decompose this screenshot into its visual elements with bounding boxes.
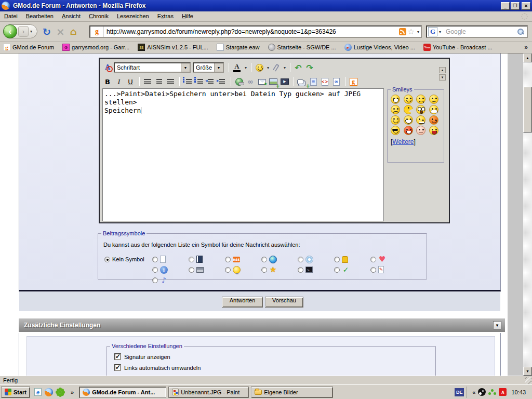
smiley-icon[interactable] xyxy=(429,126,438,135)
post-icon-option[interactable]: ✓ xyxy=(334,264,370,275)
collapse-section-icon[interactable]: ▼ xyxy=(493,321,501,329)
steam-icon[interactable] xyxy=(478,388,486,396)
remove-link-icon[interactable]: ∞ xyxy=(245,76,256,87)
smiley-icon[interactable] xyxy=(391,126,400,135)
more-smileys-link[interactable]: Weitere xyxy=(392,138,414,145)
chevron-down-icon[interactable]: ▼ xyxy=(181,63,190,72)
smiley-icon[interactable] xyxy=(429,115,438,125)
radio-button[interactable] xyxy=(152,267,158,273)
radio-button[interactable] xyxy=(334,267,340,273)
vertical-scrollbar[interactable]: ▲ ▼ xyxy=(523,54,532,376)
back-button[interactable]: ‹ xyxy=(3,24,17,38)
search-input[interactable]: Google xyxy=(443,28,517,35)
radio-button[interactable] xyxy=(225,267,231,273)
menu-chronik[interactable]: Chronik xyxy=(85,11,113,21)
history-dropdown-icon[interactable]: ▾ xyxy=(29,29,34,34)
smiley-icon[interactable] xyxy=(391,115,400,125)
scroll-up-icon[interactable]: ▲ xyxy=(523,54,532,62)
unordered-list-icon[interactable] xyxy=(194,76,204,87)
url-bar[interactable]: g http://www.garrysmod.de/forum/newreply… xyxy=(89,25,422,38)
url-text[interactable]: http://www.garrysmod.de/forum/newreply.p… xyxy=(104,28,397,35)
task-firefox[interactable]: GMod.de Forum - Ant... xyxy=(79,387,166,398)
menu-extras[interactable]: Extras xyxy=(153,11,178,21)
radio-button[interactable] xyxy=(261,257,267,262)
garrysmod-tag-icon[interactable]: g xyxy=(348,76,358,87)
checkbox[interactable] xyxy=(114,353,121,360)
wrap-code-icon[interactable]: ≡ xyxy=(308,76,318,87)
post-icon-option[interactable]: >_ xyxy=(298,264,334,275)
language-indicator[interactable]: DE xyxy=(455,388,464,396)
chevron-down-icon[interactable]: ▼ xyxy=(214,63,223,72)
insert-link-icon[interactable] xyxy=(234,76,244,87)
editor-collapse-icon[interactable]: ▼ xyxy=(439,74,446,81)
message-textarea[interactable]: ...>Paint>Datei>Speichern unter>bei Date… xyxy=(102,88,384,221)
radio-button[interactable] xyxy=(370,267,376,273)
url-dropdown-icon[interactable]: ▾ xyxy=(416,30,421,34)
font-color-dropdown-icon[interactable]: ▾ xyxy=(243,65,248,70)
radio-button[interactable] xyxy=(152,257,158,262)
menu-lesezeichen[interactable]: Lesezeichen xyxy=(113,11,153,21)
search-box[interactable]: G ▾ Google xyxy=(426,25,528,38)
insert-image-icon[interactable] xyxy=(268,76,278,87)
smiley-icon[interactable] xyxy=(416,115,425,125)
smiley-icon[interactable] xyxy=(404,105,413,114)
post-icon-option[interactable] xyxy=(225,264,261,275)
smiley-icon[interactable] xyxy=(404,95,413,104)
radio-button[interactable] xyxy=(370,257,376,262)
insert-quote-icon[interactable] xyxy=(297,76,307,87)
font-size-select[interactable]: Größe▼ xyxy=(193,62,224,73)
insert-video-icon[interactable]: ▶ xyxy=(280,76,290,87)
bookmark-star-icon[interactable]: ☆ xyxy=(408,27,415,36)
underline-icon[interactable]: U xyxy=(125,76,136,87)
undo-icon[interactable]: ↶ xyxy=(293,62,303,73)
align-center-icon[interactable] xyxy=(154,76,164,87)
smiley-icon[interactable] xyxy=(416,126,425,135)
radio-button[interactable] xyxy=(152,277,158,283)
icq-icon[interactable] xyxy=(59,391,62,394)
radio-button[interactable] xyxy=(104,257,110,262)
outdent-icon[interactable] xyxy=(205,76,216,87)
post-icon-option[interactable] xyxy=(298,254,334,264)
avira-icon[interactable]: ∧ xyxy=(499,388,507,396)
smiley-icon[interactable] xyxy=(404,115,413,125)
close-button[interactable]: × xyxy=(522,2,530,10)
option-signature[interactable]: Signatur anzeigen xyxy=(114,353,435,360)
smiley-icon[interactable] xyxy=(391,105,400,114)
bookmark-gmod[interactable]: gGMod.de Forum xyxy=(3,44,54,51)
ordered-list-icon[interactable] xyxy=(182,76,193,87)
bookmark-lustige-videos[interactable]: ▸Lustige Videos, Video ... xyxy=(344,44,415,51)
post-icon-option[interactable] xyxy=(189,264,225,275)
no-icon-option[interactable]: Kein Symbol xyxy=(104,256,152,262)
reload-button[interactable]: ↻ xyxy=(43,26,51,37)
post-icon-option[interactable]: ✎ xyxy=(370,264,407,275)
post-icon-option[interactable]: RSS xyxy=(225,254,261,264)
bookmarks-overflow-chevron[interactable]: » xyxy=(524,44,528,51)
post-icon-option[interactable] xyxy=(189,254,225,264)
start-button[interactable]: Start xyxy=(1,387,30,398)
insert-email-icon[interactable] xyxy=(257,76,267,87)
search-engine-dropdown-icon[interactable]: ▾ xyxy=(437,30,443,34)
align-right-icon[interactable] xyxy=(165,76,176,87)
radio-button[interactable] xyxy=(298,267,303,273)
radio-button[interactable] xyxy=(298,257,303,262)
menu-bearbeiten[interactable]: Bearbeiten xyxy=(22,11,58,21)
smilies-menu-icon[interactable] xyxy=(254,62,264,73)
minimize-button[interactable]: _ xyxy=(501,2,510,10)
italic-icon[interactable]: I xyxy=(114,76,124,87)
resize-grip[interactable] xyxy=(525,377,531,384)
attachment-icon[interactable] xyxy=(271,62,281,73)
search-icon[interactable] xyxy=(517,29,524,35)
redo-icon[interactable]: ↷ xyxy=(304,62,315,73)
bookmark-sgw[interactable]: Startseite - SGW/DE ... xyxy=(268,44,336,51)
stop-button[interactable]: × xyxy=(56,25,65,38)
post-icon-option[interactable] xyxy=(261,254,298,264)
scroll-down-icon[interactable]: ▼ xyxy=(523,367,532,376)
network-icon[interactable] xyxy=(491,389,494,392)
bookmark-aisnsim[interactable]: 88AISNSim v1.2.5 - FUL... xyxy=(138,44,208,51)
indent-icon[interactable] xyxy=(217,76,227,87)
smiley-icon[interactable] xyxy=(429,95,438,104)
radio-button[interactable] xyxy=(334,257,340,262)
checkbox[interactable] xyxy=(114,364,121,371)
wrap-html-icon[interactable]: ∞ xyxy=(331,76,341,87)
post-icon-option[interactable] xyxy=(334,254,370,264)
